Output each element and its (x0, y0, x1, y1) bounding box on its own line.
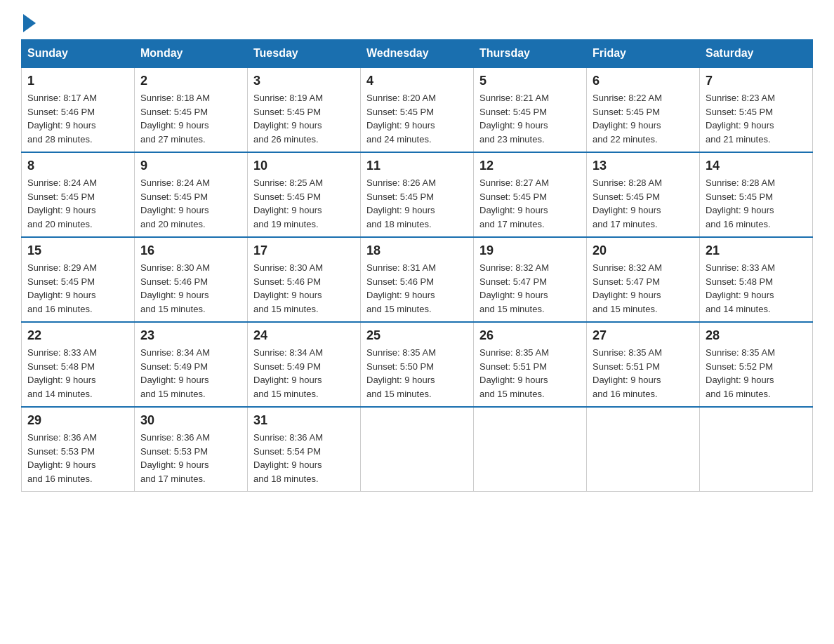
day-number: 19 (479, 243, 581, 258)
calendar-cell (587, 407, 700, 492)
calendar-cell (361, 407, 474, 492)
day-number: 24 (253, 328, 355, 343)
day-number: 2 (140, 74, 241, 88)
day-number: 18 (366, 243, 468, 258)
day-number: 23 (140, 328, 241, 343)
day-number: 5 (479, 74, 581, 88)
calendar-cell: 10 Sunrise: 8:25 AM Sunset: 5:45 PM Dayl… (248, 152, 361, 237)
day-number: 30 (140, 413, 241, 428)
day-number: 13 (593, 159, 694, 173)
day-info: Sunrise: 8:29 AM Sunset: 5:45 PM Dayligh… (27, 261, 128, 316)
day-info: Sunrise: 8:24 AM Sunset: 5:45 PM Dayligh… (140, 176, 241, 231)
calendar-cell: 25 Sunrise: 8:35 AM Sunset: 5:50 PM Dayl… (361, 322, 474, 407)
header-friday: Friday (587, 40, 700, 68)
day-number: 7 (706, 74, 807, 88)
calendar-cell: 12 Sunrise: 8:27 AM Sunset: 5:45 PM Dayl… (474, 152, 587, 237)
day-info: Sunrise: 8:23 AM Sunset: 5:45 PM Dayligh… (706, 91, 807, 146)
day-number: 4 (366, 74, 468, 88)
header-saturday: Saturday (700, 40, 813, 68)
day-number: 8 (27, 159, 128, 173)
day-info: Sunrise: 8:25 AM Sunset: 5:45 PM Dayligh… (253, 176, 355, 231)
day-info: Sunrise: 8:24 AM Sunset: 5:45 PM Dayligh… (27, 176, 128, 231)
calendar-cell: 21 Sunrise: 8:33 AM Sunset: 5:48 PM Dayl… (700, 237, 813, 322)
calendar-cell: 18 Sunrise: 8:31 AM Sunset: 5:46 PM Dayl… (361, 237, 474, 322)
calendar-cell: 14 Sunrise: 8:28 AM Sunset: 5:45 PM Dayl… (700, 152, 813, 237)
day-number: 21 (706, 243, 807, 258)
day-number: 15 (27, 243, 128, 258)
day-number: 27 (593, 328, 694, 343)
calendar-cell: 23 Sunrise: 8:34 AM Sunset: 5:49 PM Dayl… (135, 322, 248, 407)
day-info: Sunrise: 8:32 AM Sunset: 5:47 PM Dayligh… (479, 261, 581, 316)
day-number: 14 (706, 159, 807, 173)
day-info: Sunrise: 8:34 AM Sunset: 5:49 PM Dayligh… (140, 346, 241, 401)
logo (21, 14, 36, 32)
header-monday: Monday (135, 40, 248, 68)
calendar-cell: 31 Sunrise: 8:36 AM Sunset: 5:54 PM Dayl… (248, 407, 361, 492)
calendar-cell: 29 Sunrise: 8:36 AM Sunset: 5:53 PM Dayl… (22, 407, 135, 492)
calendar-cell: 19 Sunrise: 8:32 AM Sunset: 5:47 PM Dayl… (474, 237, 587, 322)
calendar-cell: 8 Sunrise: 8:24 AM Sunset: 5:45 PM Dayli… (22, 152, 135, 237)
calendar-cell: 9 Sunrise: 8:24 AM Sunset: 5:45 PM Dayli… (135, 152, 248, 237)
header-wednesday: Wednesday (361, 40, 474, 68)
calendar-week-row: 29 Sunrise: 8:36 AM Sunset: 5:53 PM Dayl… (22, 407, 813, 492)
day-info: Sunrise: 8:30 AM Sunset: 5:46 PM Dayligh… (253, 261, 355, 316)
day-info: Sunrise: 8:17 AM Sunset: 5:46 PM Dayligh… (27, 91, 128, 146)
day-info: Sunrise: 8:28 AM Sunset: 5:45 PM Dayligh… (706, 176, 807, 231)
calendar-cell: 2 Sunrise: 8:18 AM Sunset: 5:45 PM Dayli… (135, 67, 248, 152)
calendar-cell (474, 407, 587, 492)
day-number: 16 (140, 243, 241, 258)
calendar-cell: 6 Sunrise: 8:22 AM Sunset: 5:45 PM Dayli… (587, 67, 700, 152)
header-tuesday: Tuesday (248, 40, 361, 68)
calendar-cell: 28 Sunrise: 8:35 AM Sunset: 5:52 PM Dayl… (700, 322, 813, 407)
calendar-cell: 7 Sunrise: 8:23 AM Sunset: 5:45 PM Dayli… (700, 67, 813, 152)
day-info: Sunrise: 8:36 AM Sunset: 5:53 PM Dayligh… (140, 431, 241, 485)
calendar-cell: 16 Sunrise: 8:30 AM Sunset: 5:46 PM Dayl… (135, 237, 248, 322)
day-number: 20 (593, 243, 694, 258)
calendar-cell: 26 Sunrise: 8:35 AM Sunset: 5:51 PM Dayl… (474, 322, 587, 407)
calendar-cell: 3 Sunrise: 8:19 AM Sunset: 5:45 PM Dayli… (248, 67, 361, 152)
day-info: Sunrise: 8:26 AM Sunset: 5:45 PM Dayligh… (366, 176, 468, 231)
day-number: 29 (27, 413, 128, 428)
calendar-cell: 13 Sunrise: 8:28 AM Sunset: 5:45 PM Dayl… (587, 152, 700, 237)
day-number: 26 (479, 328, 581, 343)
day-info: Sunrise: 8:20 AM Sunset: 5:45 PM Dayligh… (366, 91, 468, 146)
day-number: 25 (366, 328, 468, 343)
day-info: Sunrise: 8:36 AM Sunset: 5:54 PM Dayligh… (253, 431, 355, 485)
calendar-cell: 30 Sunrise: 8:36 AM Sunset: 5:53 PM Dayl… (135, 407, 248, 492)
day-number: 1 (27, 74, 128, 88)
day-info: Sunrise: 8:35 AM Sunset: 5:51 PM Dayligh… (479, 346, 581, 401)
page-header (21, 14, 813, 32)
header-thursday: Thursday (474, 40, 587, 68)
day-number: 12 (479, 159, 581, 173)
day-number: 9 (140, 159, 241, 173)
calendar-cell: 22 Sunrise: 8:33 AM Sunset: 5:48 PM Dayl… (22, 322, 135, 407)
day-number: 22 (27, 328, 128, 343)
day-info: Sunrise: 8:33 AM Sunset: 5:48 PM Dayligh… (27, 346, 128, 401)
day-number: 17 (253, 243, 355, 258)
calendar-header-row: Sunday Monday Tuesday Wednesday Thursday… (22, 40, 813, 68)
day-number: 28 (706, 328, 807, 343)
header-sunday: Sunday (22, 40, 135, 68)
day-number: 3 (253, 74, 355, 88)
day-info: Sunrise: 8:33 AM Sunset: 5:48 PM Dayligh… (706, 261, 807, 316)
calendar-table: Sunday Monday Tuesday Wednesday Thursday… (21, 39, 813, 492)
day-info: Sunrise: 8:35 AM Sunset: 5:52 PM Dayligh… (706, 346, 807, 401)
calendar-week-row: 15 Sunrise: 8:29 AM Sunset: 5:45 PM Dayl… (22, 237, 813, 322)
day-info: Sunrise: 8:30 AM Sunset: 5:46 PM Dayligh… (140, 261, 241, 316)
calendar-cell: 20 Sunrise: 8:32 AM Sunset: 5:47 PM Dayl… (587, 237, 700, 322)
calendar-cell (700, 407, 813, 492)
calendar-week-row: 8 Sunrise: 8:24 AM Sunset: 5:45 PM Dayli… (22, 152, 813, 237)
day-info: Sunrise: 8:21 AM Sunset: 5:45 PM Dayligh… (479, 91, 581, 146)
calendar-cell: 15 Sunrise: 8:29 AM Sunset: 5:45 PM Dayl… (22, 237, 135, 322)
logo-triangle-icon (23, 14, 36, 32)
day-info: Sunrise: 8:28 AM Sunset: 5:45 PM Dayligh… (593, 176, 694, 231)
day-info: Sunrise: 8:27 AM Sunset: 5:45 PM Dayligh… (479, 176, 581, 231)
calendar-cell: 4 Sunrise: 8:20 AM Sunset: 5:45 PM Dayli… (361, 67, 474, 152)
day-info: Sunrise: 8:22 AM Sunset: 5:45 PM Dayligh… (593, 91, 694, 146)
day-info: Sunrise: 8:31 AM Sunset: 5:46 PM Dayligh… (366, 261, 468, 316)
calendar-week-row: 1 Sunrise: 8:17 AM Sunset: 5:46 PM Dayli… (22, 67, 813, 152)
day-info: Sunrise: 8:36 AM Sunset: 5:53 PM Dayligh… (27, 431, 128, 485)
day-info: Sunrise: 8:32 AM Sunset: 5:47 PM Dayligh… (593, 261, 694, 316)
calendar-cell: 17 Sunrise: 8:30 AM Sunset: 5:46 PM Dayl… (248, 237, 361, 322)
day-number: 31 (253, 413, 355, 428)
